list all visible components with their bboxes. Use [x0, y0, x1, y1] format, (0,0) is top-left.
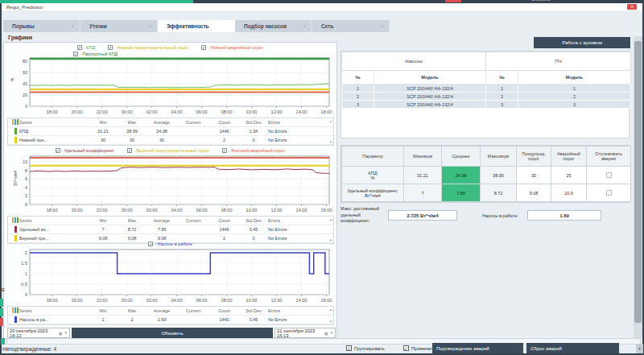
- series-color-swatch: [14, 137, 17, 143]
- edge-status-marker: [0, 299, 3, 307]
- params-header: ПараметрМинимумСреднееМаксимумПредупред.…: [342, 147, 631, 167]
- confirm-alarms-button[interactable]: Подтверждение аварий: [432, 343, 523, 353]
- legend-checkbox[interactable]: ✓: [127, 148, 132, 153]
- tab-check-icon: ✓: [71, 23, 75, 29]
- tab-utechki[interactable]: Утечки✓: [80, 20, 158, 32]
- alarm-red-strip: [445, 0, 461, 2]
- svg-text:0.5: 0.5: [21, 282, 27, 287]
- svg-text:10:00: 10:00: [246, 109, 258, 114]
- legend-checkbox[interactable]: ✓: [201, 45, 206, 50]
- legend-item: ✓- Нижний предупредительный порог: [108, 45, 188, 50]
- close-icon[interactable]: ✕: [627, 4, 637, 10]
- svg-text:22:00: 22:00: [97, 109, 108, 114]
- svg-text:04:00: 04:00: [171, 109, 183, 114]
- tab-effektivnost[interactable]: Эффективность: [158, 20, 235, 32]
- series-row[interactable]: Насосы в ра...121.6914400.45No Errors: [8, 316, 333, 324]
- tab-set[interactable]: Сеть✓: [312, 20, 390, 32]
- chart2-series-table: SeriesMinMaxAverageCurrentCountStd DevEr…: [7, 216, 334, 244]
- svg-text:2: 2: [25, 250, 27, 255]
- svg-text:1: 1: [25, 271, 27, 276]
- group-checkbox[interactable]: ✓ Группировать: [346, 345, 385, 351]
- chevron-down-icon: ▼: [64, 331, 68, 335]
- svg-text:6: 6: [25, 176, 27, 181]
- svg-text:12:00: 12:00: [271, 298, 283, 303]
- chart1-legend: ✓- КПД✓- Нижний предупредительный порог✓…: [4, 44, 336, 57]
- section-title: Графики: [8, 35, 32, 40]
- date-to-picker[interactable]: 21 сентября 2023 16:13 ▦ ▼: [275, 328, 336, 338]
- tab-poryvy[interactable]: Порывы✓: [3, 20, 80, 32]
- svg-text:1.5: 1.5: [21, 261, 27, 266]
- pump-row[interactable]: 3SCP 200/440 НА-132/433: [342, 101, 631, 109]
- title-bar: Regul_Prediction: [2, 3, 642, 10]
- svg-text:16:00: 16:00: [321, 208, 332, 213]
- unconfirmed-count: Неподтвержденные: 4: [2, 346, 56, 352]
- svg-text:22:00: 22:00: [97, 208, 108, 213]
- scroll-down-icon[interactable]: ▼: [329, 320, 332, 324]
- svg-text:4: 4: [25, 185, 27, 190]
- legend-checkbox[interactable]: ✓: [56, 148, 60, 153]
- params-table: ПараметрМинимумСреднееМаксимумПредупред.…: [341, 145, 630, 203]
- svg-text:00:00: 00:00: [122, 109, 133, 114]
- menu-help[interactable]: Справка: [531, 0, 551, 2]
- scroll-up-icon[interactable]: ▲: [329, 308, 332, 312]
- chart1-series-table: SeriesMinMaxAverageCurrentCountStd DevEr…: [7, 118, 334, 146]
- pump-row[interactable]: 1SCP 200/440 НА-132/411: [342, 85, 631, 93]
- chevron-down-icon: ▼: [330, 331, 333, 335]
- svg-text:06:00: 06:00: [196, 109, 208, 114]
- param-row: КПД % 31.21 34.38 38.99 30 25: [342, 167, 631, 184]
- svg-text:04:00: 04:00: [171, 298, 183, 303]
- svg-text:12:00: 12:00: [271, 109, 283, 114]
- track-alarm-checkbox[interactable]: [606, 172, 612, 178]
- scroll-up-icon[interactable]: ▲: [329, 217, 332, 221]
- svg-text:04:00: 04:00: [171, 208, 183, 213]
- svg-text:18:00: 18:00: [47, 208, 58, 213]
- alarm-threshold-cell[interactable]: 10.9: [551, 184, 587, 202]
- warn-threshold-cell[interactable]: 30: [517, 167, 551, 184]
- charts-panel: ✓- КПД✓- Нижний предупредительный порог✓…: [3, 42, 337, 339]
- pumps-running-label: Насосы в работе:: [482, 213, 518, 220]
- legend-checkbox[interactable]: ✓: [222, 148, 227, 153]
- legend-checkbox[interactable]: ✓: [77, 45, 82, 50]
- chart2-legend: ✓- Удельный коэффициент✓- Верхний предуп…: [4, 147, 336, 154]
- avg-highlight-cell: 34.38: [442, 167, 481, 184]
- svg-text:16:00: 16:00: [321, 109, 332, 114]
- series-row[interactable]: КПД31.2138.9934.3814461.94No Errors: [8, 127, 333, 136]
- checkbox-icon[interactable]: ✓: [403, 345, 409, 351]
- window-title: Regul_Prediction: [6, 5, 43, 10]
- series-row[interactable]: Нижний пре...30303020No Errors: [8, 136, 333, 145]
- vertical-scrollbar[interactable]: [634, 36, 642, 340]
- svg-text:10: 10: [23, 159, 27, 164]
- legend-checkbox[interactable]: ✓: [108, 45, 113, 50]
- max-coeff-value: 2.725 Вт*ч/м4: [388, 210, 457, 221]
- scrollbar-thumb[interactable]: [634, 41, 642, 323]
- svg-text:08:00: 08:00: [221, 298, 233, 303]
- refresh-button[interactable]: Обновить: [72, 328, 273, 338]
- svg-text:16:00: 16:00: [321, 298, 332, 303]
- svg-text:02:00: 02:00: [147, 298, 158, 303]
- svg-text:20: 20: [23, 93, 27, 97]
- edge-status-marker: [0, 308, 3, 316]
- archive-button[interactable]: Работа с архивом: [534, 37, 630, 48]
- pump-row[interactable]: 2SCP 200/440 НА-132/422: [342, 93, 631, 101]
- date-from-picker[interactable]: 20 сентября 2023 16:13 ▦ ▼: [7, 328, 70, 338]
- svg-text:0: 0: [25, 202, 27, 207]
- pumps-group-header: НасосыПЧ: [342, 52, 631, 71]
- reset-alarms-button[interactable]: Сброс аварий: [526, 343, 619, 353]
- scroll-down-icon[interactable]: ▼: [329, 140, 332, 144]
- alarm-threshold-cell[interactable]: 25: [551, 167, 587, 184]
- pumps-col-header: №Модель№Модель: [342, 71, 631, 85]
- svg-text:18:00: 18:00: [47, 109, 58, 114]
- series-color-swatch: [14, 316, 17, 323]
- checkbox-icon[interactable]: ✓: [346, 345, 352, 351]
- tab-podbor-nasosov[interactable]: Подбор насосов✓: [235, 20, 312, 32]
- pumps-table: НасосыПЧ№Модель№Модель1SCP 200/440 НА-13…: [341, 51, 630, 138]
- series-color-swatch: [14, 128, 17, 134]
- corner-dropdown[interactable]: ▼: [636, 344, 643, 353]
- track-alarm-checkbox[interactable]: [606, 190, 612, 196]
- scroll-up-icon[interactable]: ▲: [329, 119, 332, 123]
- chart3-series-table: SeriesMinMaxAverageCurrentCountStd DevEr…: [7, 306, 334, 325]
- warn-threshold-cell[interactable]: 9.08: [517, 184, 551, 202]
- svg-text:10:00: 10:00: [246, 208, 258, 213]
- legend-checkbox[interactable]: ✓: [148, 241, 153, 246]
- series-row[interactable]: Удельный ко...78.727.9514460.45No Errors: [8, 225, 333, 234]
